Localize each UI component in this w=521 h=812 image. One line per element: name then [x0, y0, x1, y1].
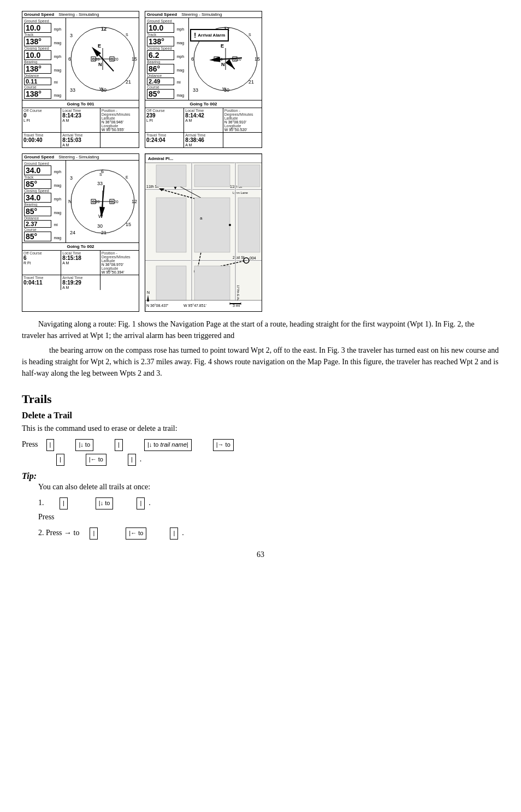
svg-text:N: N: [147, 291, 150, 294]
tip-body: You can also delete all trails at once:: [38, 481, 499, 493]
fig1-bearing-unit: mag: [54, 68, 62, 72]
fig1-dist-value: 0.11: [24, 78, 51, 85]
key-right-to: |→ to: [213, 439, 234, 451]
step1-period: .: [149, 496, 151, 509]
svg-text:S: S: [99, 173, 102, 176]
compass-rose-fig1: 12 15 S 21 30 33 6 3 W E N 0.20: [67, 23, 138, 94]
fig1-course-value: 138°: [24, 89, 51, 99]
fig3-going-to: Going To 002: [22, 242, 139, 250]
fig1-course-unit: mag: [54, 93, 62, 97]
key-down-to: |↓ to: [75, 439, 93, 451]
fig1-position: Position - Degrees/Minutes Latitude N 36…: [100, 108, 139, 132]
alarm-exclaim: !: [194, 31, 196, 39]
step1-pipe: |: [60, 497, 68, 509]
svg-text:0.20: 0.20: [92, 57, 100, 61]
fig1-cs-value: 10.0: [24, 50, 51, 60]
fig1-oc-val: 0: [23, 112, 60, 118]
svg-text:004: 004: [250, 256, 256, 260]
nav-panel-fig1: Ground Speed Steering - Simulating Groun…: [22, 11, 139, 148]
fig2-bottom: Off Course 239 L Ft Local Time 8:14:42 A…: [145, 108, 262, 132]
svg-text:W: W: [222, 87, 226, 91]
fig1-lon: W 95°50.555': [102, 128, 138, 132]
svg-text:W: W: [99, 87, 103, 91]
svg-text:33: 33: [193, 87, 198, 93]
step2-num: 2. Press → to: [38, 526, 79, 540]
ground-speed-header2-label: Ground Speed: [147, 12, 177, 17]
fig1-course-label: Course: [24, 85, 64, 89]
steering-header-label: Steering - Simulating: [58, 12, 99, 17]
fig1-going-to: Going To 001: [22, 100, 139, 108]
fig1-bottom2: Travel Time 0:00:40 Arrival Time 8:15:03…: [22, 132, 139, 147]
svg-line-40: [227, 61, 234, 69]
header-fig1: Ground Speed Steering - Simulating: [22, 11, 139, 18]
fig3-main: Ground Speed 34.0 mph Track 85° mag Clos…: [22, 161, 139, 242]
svg-text:E: E: [221, 43, 224, 49]
nav-panel-fig2: Ground Speed Steering - Simulating Groun…: [145, 11, 262, 148]
svg-rect-96: [156, 266, 186, 304]
fig1-offcourse: Off Course 0 L Ft: [22, 108, 61, 132]
step1-num: 1. Press: [38, 496, 54, 523]
fig2-main: Ground Speed 10.0 mph Track 138° mag Clo…: [145, 18, 262, 100]
fig1-lt-sub: A M: [62, 118, 98, 122]
tip-title: Tip:: [22, 471, 499, 481]
fig1-bottom: Off Course 0 L Ft Local Time 8:14:23 A M…: [22, 108, 139, 132]
svg-rect-92: [238, 165, 260, 187]
fig2-dist: 2.49: [147, 78, 174, 85]
key-pipe-1: |: [46, 439, 55, 451]
fig2-compass: ! Arrival Alarm 12 15 S 21 30 33 6 3 W E…: [189, 18, 262, 100]
key-period: .: [140, 452, 142, 466]
fig1-arrival: Arrival Time 8:15:03 A M: [61, 133, 100, 147]
fig2-track: 138°: [147, 37, 174, 46]
nav-panel-fig3: Ground Speed Steering - Simulating Groun…: [22, 153, 139, 312]
key-down-trail: |↓ to trail name|: [144, 439, 192, 451]
fig1-lat: N 36°08.946': [102, 120, 138, 124]
svg-text:30: 30: [97, 223, 103, 229]
fig1-track-value: 138°: [24, 37, 51, 46]
svg-rect-95: [238, 198, 260, 252]
svg-text:6: 6: [68, 56, 71, 62]
step2-pipe2: |: [170, 527, 178, 540]
svg-text:W  95°47.851': W 95°47.851': [183, 304, 206, 307]
fig3-compass: 6 12 E 15 21 24 N 3 S W 33 30 0.20: [66, 161, 139, 242]
fig2-going-to: Going To 002: [145, 100, 262, 108]
svg-text:33: 33: [97, 181, 103, 186]
step1-down: |↓ to: [96, 497, 114, 509]
fig1-lt-val: 8:14:23: [62, 112, 98, 118]
svg-text:21st St: 21st St: [233, 256, 245, 259]
svg-text:E: E: [98, 43, 101, 49]
compass-rose-fig3: 6 12 E 15 21 24 N 3 S W 33 30 0.20: [67, 166, 138, 237]
para1: Navigating along a route: Fig. 1 shows t…: [22, 318, 499, 341]
figures-row-1: Ground Speed Steering - Simulating Groun…: [22, 11, 499, 148]
step2-pipe: |: [90, 527, 98, 540]
svg-point-99: [229, 224, 231, 226]
map-svg: Admiral Pl... 11th St 11th St 21st St Ly…: [145, 154, 262, 312]
key-pipe-3: |: [56, 454, 64, 466]
fig2-course: 85°: [147, 89, 174, 99]
svg-rect-90: [156, 165, 186, 187]
fig1-localtime: Local Time 8:14:23 A M: [61, 108, 100, 132]
svg-text:N: N: [68, 199, 72, 204]
fig2-left: Ground Speed 10.0 mph Track 138° mag Clo…: [145, 18, 189, 100]
svg-text:3 mi: 3 mi: [233, 304, 240, 307]
section-trails-title: Trails: [22, 392, 499, 406]
fig1-dist-unit: mi: [54, 80, 58, 84]
svg-text:N: N: [98, 62, 102, 67]
svg-text:a: a: [200, 216, 203, 221]
spacer3: [128, 437, 139, 451]
fig1-compass: 12 15 S 21 30 33 6 3 W E N 0.20: [66, 18, 139, 100]
svg-text:Admiral Pl...: Admiral Pl...: [148, 156, 173, 161]
fig1-at-val: 8:15:03: [62, 137, 98, 143]
delete-intro: This is the command used to erase or del…: [22, 423, 499, 434]
svg-text:S: S: [248, 33, 251, 37]
spacer5: [69, 452, 81, 466]
fig1-track-unit: mag: [54, 41, 62, 45]
fig3-left: Ground Speed 34.0 mph Track 85° mag Clos…: [22, 161, 66, 242]
fig1-bearing-value: 138°: [24, 64, 51, 74]
fig1-at-sub: A M: [62, 143, 98, 147]
map-panel-fig4: Admiral Pl... 11th St 11th St 21st St Ly…: [145, 153, 262, 312]
svg-text:15: 15: [132, 56, 137, 62]
fig1-travel: Travel Time 0:00:40: [22, 133, 61, 147]
fig1-dist-label: Distance: [24, 74, 64, 78]
svg-text:0.20: 0.20: [111, 57, 119, 61]
key-pipe-2: |: [115, 439, 123, 451]
